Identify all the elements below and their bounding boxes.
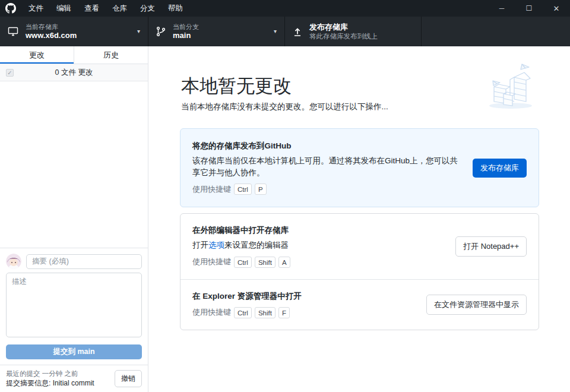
page-title: 本地暂无更改 (181, 76, 537, 96)
upload-icon (292, 26, 303, 37)
chevron-down-icon: ▾ (274, 28, 277, 34)
editor-card-title: 在外部编辑器中打开存储库 (192, 225, 444, 236)
publish-card-body: 该存储库当前仅在本地计算机上可用。通过将其发布在GitHub上，您可以共享它并与… (192, 155, 461, 178)
window-controls: ─ ☐ ✕ (488, 0, 570, 17)
open-in-explorer-card: 在 Explorer 资源管理器中打开 使用快捷键 Ctrl Shift F 在… (180, 279, 539, 330)
menu-item-edit[interactable]: 编辑 (50, 0, 78, 17)
select-all-checkbox[interactable]: ✓ (6, 69, 14, 77)
close-icon[interactable]: ✕ (543, 0, 570, 17)
show-in-explorer-button[interactable]: 在文件资源管理器中显示 (426, 295, 527, 315)
editor-card-body: 打开选项来设置您的编辑器 (192, 239, 444, 251)
menu-item-repository[interactable]: 仓库 (106, 0, 134, 17)
menu-item-help[interactable]: 帮助 (162, 0, 189, 17)
menu-bar: 文件 编辑 查看 仓库 分支 帮助 (22, 0, 189, 17)
commit-form: 提交到 main (0, 248, 148, 365)
commit-description-input[interactable] (6, 273, 142, 337)
recent-commit-summary: 提交摘要信息: Initial commit (6, 378, 94, 388)
paper-stack-illustration (484, 58, 539, 113)
menu-item-branch[interactable]: 分支 (134, 0, 162, 17)
recent-commit-panel: 最近的提交 一分钟 之前 提交摘要信息: Initial commit 撤销 (0, 365, 148, 392)
publish-title: 发布存储库 (309, 23, 378, 32)
changed-files-header: ✓ 0 文件 更改 (0, 64, 148, 81)
tab-history[interactable]: 历史 (74, 46, 148, 64)
minimize-icon[interactable]: ─ (488, 0, 515, 17)
maximize-icon[interactable]: ☐ (515, 0, 543, 17)
key-ctrl: Ctrl (234, 307, 252, 318)
recent-commit-time: 最近的提交 一分钟 之前 (6, 369, 94, 378)
tab-changes[interactable]: 更改 (0, 46, 74, 64)
open-in-editor-card: 在外部编辑器中打开存储库 打开选项来设置您的编辑器 使用快捷键 Ctrl Shi… (180, 214, 539, 279)
titlebar: 文件 编辑 查看 仓库 分支 帮助 ─ ☐ ✕ (0, 0, 570, 17)
publish-subtitle: 将此存储库发布到线上 (309, 32, 378, 41)
branch-name: main (173, 31, 199, 40)
publish-card: 将您的存储库发布到GitHub 该存储库当前仅在本地计算机上可用。通过将其发布在… (180, 128, 539, 207)
key-shift: Shift (255, 257, 276, 268)
explorer-card-title: 在 Explorer 资源管理器中打开 (192, 291, 414, 302)
avatar (6, 254, 21, 269)
publish-card-title: 将您的存储库发布到GitHub (192, 141, 461, 151)
no-changes-view: 本地暂无更改 当前本地存储库没有未提交的更改。您可以进行以下操作... (148, 46, 570, 392)
editor-shortcut: 使用快捷键 Ctrl Shift A (192, 257, 444, 268)
undo-button[interactable]: 撤销 (115, 370, 142, 387)
github-logo-icon (5, 3, 16, 14)
changes-list-empty (0, 81, 148, 248)
publish-repository-toolbar-button[interactable]: 发布存储库 将此存储库发布到线上 (285, 17, 422, 46)
open-notepad-button[interactable]: 打开 Notepad++ (455, 236, 527, 257)
key-f: F (278, 307, 290, 318)
computer-icon (7, 26, 19, 37)
actions-card-group: 在外部编辑器中打开存储库 打开选项来设置您的编辑器 使用快捷键 Ctrl Shi… (180, 213, 539, 330)
options-link[interactable]: 选项 (208, 241, 224, 249)
repo-name: www.x6d.com (26, 31, 77, 40)
branch-label: 当前分支 (173, 23, 199, 31)
git-branch-icon (156, 26, 166, 37)
chevron-down-icon: ▾ (137, 28, 140, 34)
toolbar: 当前存储库 www.x6d.com ▾ 当前分支 main ▾ (0, 17, 570, 46)
key-a: A (278, 257, 290, 268)
files-changed-count: 0 文件 更改 (14, 68, 142, 78)
key-p: P (255, 184, 267, 195)
menu-item-view[interactable]: 查看 (78, 0, 106, 17)
key-ctrl: Ctrl (234, 184, 252, 195)
commit-to-main-button[interactable]: 提交到 main (6, 344, 142, 359)
github-desktop-window: 文件 编辑 查看 仓库 分支 帮助 ─ ☐ ✕ 当前存储库 www.x6d.co… (0, 0, 570, 392)
sidebar: 更改 历史 ✓ 0 文件 更改 (0, 46, 148, 392)
menu-item-file[interactable]: 文件 (22, 0, 50, 17)
key-ctrl: Ctrl (234, 257, 252, 268)
key-shift: Shift (255, 307, 276, 318)
current-repository-dropdown[interactable]: 当前存储库 www.x6d.com ▾ (0, 17, 148, 46)
page-subtitle: 当前本地存储库没有未提交的更改。您可以进行以下操作... (181, 102, 537, 112)
commit-summary-input[interactable] (26, 254, 142, 269)
repo-label: 当前存储库 (26, 23, 77, 31)
publish-repository-button[interactable]: 发布存储库 (473, 159, 527, 178)
publish-shortcut: 使用快捷键 Ctrl P (192, 184, 461, 195)
sidebar-tabs: 更改 历史 (0, 46, 148, 64)
explorer-shortcut: 使用快捷键 Ctrl Shift F (192, 307, 414, 318)
current-branch-dropdown[interactable]: 当前分支 main ▾ (148, 17, 285, 46)
